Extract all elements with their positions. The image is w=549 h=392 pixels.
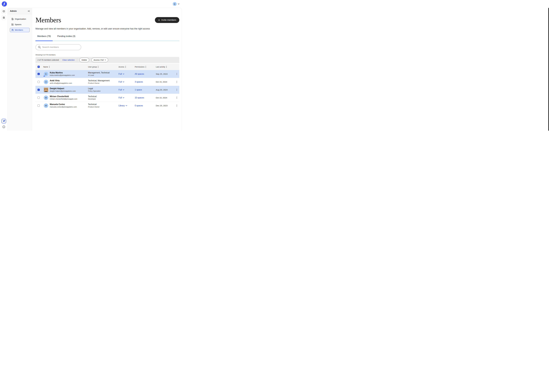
sort-icon[interactable] (166, 66, 167, 68)
top-bar: K (0, 0, 183, 8)
member-avatar: M (44, 104, 48, 108)
column-header-user-group[interactable]: User group (88, 66, 97, 68)
spaces-grid-icon (11, 23, 14, 26)
page-subtitle: Manage and view all members in your orga… (36, 28, 179, 30)
sidebar-item-label: Organisation (15, 18, 26, 20)
member-role: Policy Specialist (88, 90, 119, 92)
permissions-link[interactable]: 1 space (135, 89, 142, 91)
sort-icon[interactable] (145, 66, 146, 68)
crown-icon (43, 75, 45, 77)
select-all-checkbox[interactable] (37, 66, 40, 68)
access-dropdown[interactable]: Full (119, 81, 135, 83)
collapse-panel-icon[interactable] (28, 10, 30, 12)
column-header-name[interactable]: Name (43, 66, 48, 68)
members-page: Members Invite members Manage and view a… (32, 8, 182, 131)
permissions-link[interactable]: All spaces (135, 73, 144, 75)
avatar-initial: M (45, 97, 47, 99)
sidebar-item-organisation[interactable]: Organisation (10, 17, 30, 21)
clear-selection-link[interactable]: Clear selection (63, 59, 75, 61)
last-activity: Oct 15, 2024 (156, 81, 174, 83)
search-icon (38, 46, 41, 49)
access-dropdown[interactable]: Full (119, 73, 135, 75)
member-row[interactable]: A (36, 78, 179, 86)
member-row[interactable]: M (36, 94, 179, 102)
member-name: Kuba Martins (50, 71, 75, 74)
avatar-initial: A (45, 81, 47, 83)
member-avatar: M (44, 96, 48, 100)
column-header-permissions[interactable]: Permissions (135, 66, 144, 68)
member-avatar: K (44, 72, 48, 76)
member-user-group: Management, Technical (88, 71, 119, 74)
library-button[interactable] (1, 9, 6, 14)
member-avatar: A (44, 80, 48, 84)
selection-bar: 2 of 79 members selected Clear selection… (36, 57, 179, 63)
member-row[interactable]: K (36, 70, 179, 78)
admin-sidebar-header: Admin (8, 8, 32, 14)
member-avatar (44, 88, 48, 92)
svg-text:i: i (4, 126, 4, 128)
chevron-down-icon (123, 81, 124, 83)
access-dropdown[interactable]: Library (119, 105, 135, 107)
row-menu-button[interactable] (174, 105, 179, 107)
access-value: Full (119, 97, 122, 99)
access-value: Full (119, 73, 122, 75)
page-title: Members (36, 16, 61, 24)
delete-button[interactable]: Delete (79, 58, 89, 62)
tab-pending-invites[interactable]: Pending invites (3) (56, 35, 77, 41)
row-menu-button[interactable] (174, 89, 179, 91)
row-menu-button[interactable] (174, 81, 179, 83)
invite-members-button[interactable]: Invite members (155, 17, 179, 23)
tab-bar: Members (79) Pending invites (3) (36, 35, 179, 41)
member-email: dwight.halpert@pineappleinc.com (50, 90, 76, 92)
sort-icon[interactable] (98, 66, 99, 68)
row-menu-button[interactable] (174, 97, 179, 99)
table-header-row: Name User group Access Permissions Last … (36, 64, 179, 70)
column-header-last-activity[interactable]: Last activity (156, 66, 165, 68)
member-email: miriam.chesterfield@pineapple.com (50, 98, 77, 100)
permissions-link[interactable]: 3 spaces (135, 81, 143, 83)
access-value: Full (119, 89, 122, 91)
access-value: Full (119, 81, 122, 83)
info-button[interactable]: i (2, 126, 5, 128)
member-user-group: Technical, Management (88, 79, 119, 82)
row-checkbox[interactable] (37, 73, 40, 75)
member-row[interactable]: Dwight Halpert dwight.halpert@pineapplei… (36, 86, 179, 94)
access-dropdown[interactable]: Full (119, 89, 135, 91)
admin-nav: Organisation Spaces Members (10, 17, 30, 32)
permissions-link[interactable]: 10 spaces (135, 97, 144, 99)
member-name: Manuela Cortez (50, 103, 77, 106)
dev-tools-button[interactable] (1, 119, 6, 123)
row-checkbox[interactable] (37, 105, 40, 107)
last-activity: Sep 25, 2024 (156, 73, 174, 75)
last-activity: Dec 25, 2023 (156, 105, 174, 107)
app-logo[interactable] (2, 1, 7, 7)
chevron-down-icon (126, 105, 127, 106)
sidebar-item-spaces[interactable]: Spaces (10, 22, 30, 27)
row-menu-button[interactable] (174, 73, 179, 75)
sidebar-item-label: Members (15, 29, 23, 31)
member-role: Product Owner (88, 106, 119, 108)
last-activity: Oct 10, 2024 (156, 97, 174, 99)
row-checkbox[interactable] (37, 97, 40, 99)
sidebar-item-members[interactable]: Members (10, 28, 30, 32)
user-avatar[interactable]: K (173, 2, 177, 6)
info-icon: i (2, 126, 5, 128)
access-filter-button[interactable]: Access: Full (92, 58, 108, 62)
avatar-initial: M (45, 105, 47, 107)
row-checkbox[interactable] (37, 81, 40, 83)
row-checkbox[interactable] (37, 89, 40, 91)
sort-icon[interactable] (125, 66, 126, 68)
permissions-link[interactable]: 0 spaces (135, 105, 143, 107)
column-header-access[interactable]: Access (119, 66, 124, 68)
tab-members[interactable]: Members (79) (36, 35, 53, 41)
member-user-group: Technical (88, 103, 119, 106)
member-row[interactable]: M (36, 102, 179, 110)
results-summary: Showing 5 of 79 members (36, 54, 179, 56)
plus-icon (158, 19, 160, 21)
bank-icon (2, 16, 5, 19)
search-input[interactable] (36, 44, 81, 50)
sort-icon[interactable] (49, 66, 50, 68)
access-dropdown[interactable]: Full (119, 97, 135, 99)
user-menu[interactable]: K (173, 2, 179, 6)
organisation-home-button[interactable] (1, 15, 6, 20)
